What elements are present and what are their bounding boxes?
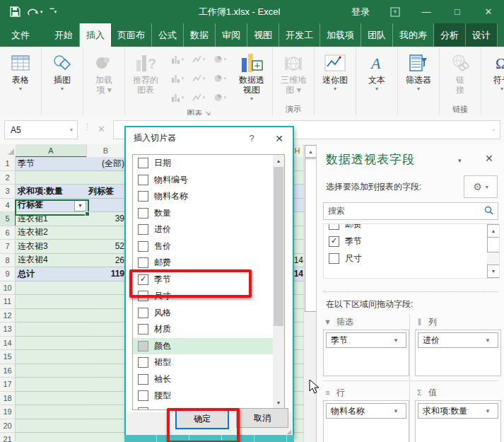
resize-grip[interactable]: ◢ [287,429,291,435]
cell-B19[interactable] [87,405,126,419]
tab-insert[interactable]: 插入 [80,23,111,47]
radar-chart-icon[interactable]: ▾ [209,88,230,107]
slicer-item-进价[interactable]: 进价 [133,221,284,238]
scroll-up-icon[interactable]: ▲ [273,155,284,166]
minimize-button[interactable]: — [411,0,442,23]
stock-chart-icon[interactable]: ▾ [209,69,230,88]
cell-A2[interactable] [16,171,89,185]
unchecked-checkbox[interactable] [138,224,148,235]
slicer-item-数量[interactable]: 数量 [133,205,284,222]
cell-A15[interactable] [16,350,89,364]
cell-A19[interactable] [16,405,89,419]
sheet-vertical-scrollbar[interactable]: ▲ [303,144,317,442]
checked-checkbox[interactable] [329,236,339,247]
cell-A7[interactable]: 连衣裙3 [16,240,89,254]
filters-area-box[interactable]: 季节▼ [323,330,409,376]
cancel-button[interactable]: 取消 [236,408,288,428]
unchecked-checkbox[interactable] [138,241,148,252]
row-header-4[interactable]: 4 [0,199,16,213]
row-header-20[interactable]: 20 [0,419,16,434]
cell-A5[interactable]: 连衣裙1 [16,212,89,226]
slicer-item-尺寸[interactable]: 尺寸 [133,288,284,305]
filters-button[interactable]: 筛选器▾ [400,48,437,103]
cell-A12[interactable] [16,309,89,323]
row-header-11[interactable]: 11 [0,295,16,309]
unchecked-checkbox[interactable] [138,291,148,301]
row-header-21[interactable]: 21 [0,433,16,442]
field-pill-values[interactable]: 求和项:数量▼ [418,403,498,419]
row-header-3[interactable]: 3 [0,185,16,199]
cancel-entry-icon[interactable]: ✕ [98,124,105,134]
cell-A6[interactable]: 连衣裙2 [16,226,89,240]
unchecked-checkbox[interactable] [138,208,148,219]
tab-home[interactable]: 开始 [48,23,80,47]
row-header-8[interactable]: 8 [0,254,16,268]
field-pill-rows[interactable]: 物料名称▼ [326,403,406,419]
slicer-item-颜色[interactable]: 颜色 [133,338,284,355]
cell-B1[interactable]: (全部) [87,157,126,171]
rows-area-box[interactable]: 物料名称▼ [323,400,409,442]
pane-close-icon[interactable]: ✕ [485,153,493,164]
cell-B10[interactable] [87,281,126,296]
pivotchart-button[interactable]: 数据透视图▾ [233,48,270,108]
unchecked-checkbox[interactable] [138,308,148,318]
tell-me-box[interactable]: 告诉我 [498,23,504,47]
pane-field-邮费[interactable]: 邮费 [324,223,499,233]
scrollbar-thumb[interactable] [305,158,317,312]
tab-team[interactable]: 团队 [361,23,393,47]
expand-formula-bar-icon[interactable]: ⌄ [491,125,496,132]
cell-B4[interactable] [87,199,126,213]
text-button[interactable]: A文本▾ [358,48,395,103]
cell-A8[interactable]: 连衣裙4 [16,254,89,268]
cell-B12[interactable] [87,309,126,323]
cell-A10[interactable] [16,281,89,296]
cell-A4[interactable]: 行标签▼ [16,199,89,213]
slicer-item-季节[interactable]: 季节 [133,272,284,289]
tab-add-ins[interactable]: 加载项 [320,23,361,47]
values-area-box[interactable]: 求和项:数量▼ [415,400,501,442]
slicer-field-list[interactable]: 日期物料编号物料名称数量进价售价邮费季节尺寸风格材质颜色裙型袖长腰型 ▲ ▼ [132,154,285,410]
save-icon[interactable] [10,6,20,17]
row-header-6[interactable]: 6 [0,226,16,240]
select-all-corner[interactable] [0,144,16,156]
ok-button[interactable]: 确定 [175,408,229,429]
row-header-16[interactable]: 16 [0,364,16,378]
pie-chart-icon[interactable]: ▾ [167,88,188,107]
field-pill-filters[interactable]: 季节▼ [326,332,406,348]
row-header-9[interactable]: 9 [0,267,16,281]
field-list-scrollbar[interactable]: ▲ ▼ [487,224,499,278]
tab-developer[interactable]: 开发工 [279,23,320,47]
row-header-5[interactable]: 5 [0,212,16,226]
column-header-a[interactable]: A [16,144,87,158]
row-header-2[interactable]: 2 [0,171,16,185]
name-box[interactable]: A5 ▾ [4,120,78,139]
row-header-17[interactable]: 17 [0,378,16,392]
cell-B17[interactable] [87,378,126,392]
unchecked-checkbox[interactable] [138,158,148,168]
unchecked-checkbox[interactable] [138,390,148,401]
tools-button[interactable]: ⚙ ▾ [464,175,498,198]
close-button[interactable]: ✕ [473,0,504,23]
cell-A13[interactable] [16,322,89,337]
cell-B21[interactable] [87,433,126,442]
checked-checkbox[interactable] [138,274,148,285]
column-header-b[interactable]: B [87,144,125,156]
chevron-down-icon[interactable]: ▼ [389,408,406,414]
cell-B3[interactable]: 列标签 [87,185,127,199]
slicer-item-物料名称[interactable]: 物料名称 [133,188,284,205]
unchecked-checkbox[interactable] [329,223,339,230]
cell-B5[interactable]: 39 [87,212,126,226]
unchecked-checkbox[interactable] [138,324,148,335]
sign-in-button[interactable]: 登录 [341,6,380,18]
sparklines-button[interactable]: 迷你图▾ [317,48,353,103]
scroll-up-icon[interactable]: ▲ [487,224,500,238]
cell-B6[interactable] [87,226,126,240]
column-chart-icon[interactable]: ▾ [167,50,188,69]
pane-options-icon[interactable]: ▾ [458,157,462,164]
cell-A14[interactable] [16,337,89,351]
filter-dropdown-icon[interactable]: ▼ [74,200,86,211]
chevron-down-icon[interactable]: ▼ [389,337,406,344]
dialog-list-scrollbar[interactable]: ▲ ▼ [273,155,284,408]
pane-field-季节[interactable]: 季节 [324,233,499,250]
tab-design[interactable]: 设计 [466,23,498,47]
